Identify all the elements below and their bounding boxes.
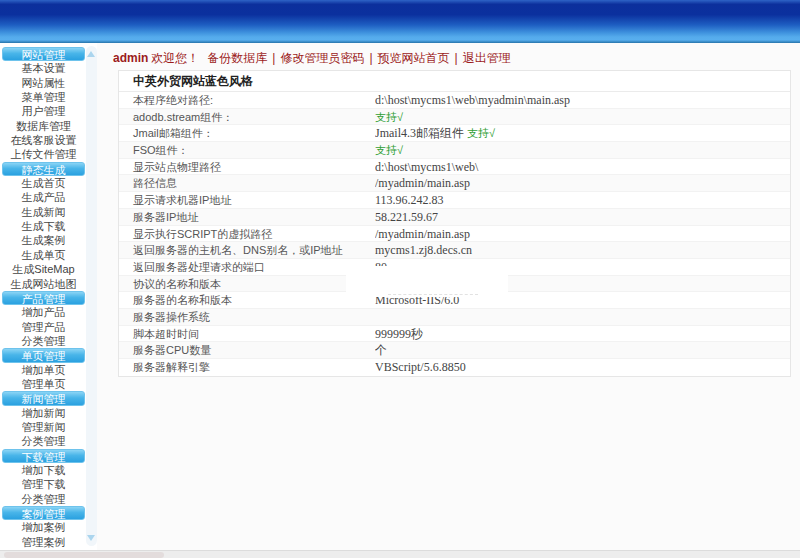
sidebar-entry[interactable]: 在线客服设置 xyxy=(2,133,85,147)
topbar-link[interactable]: 修改管理员密码 xyxy=(280,51,364,65)
sidebar-entry[interactable]: 菜单管理 xyxy=(2,90,85,104)
sidebar-entry[interactable]: 数据库管理 xyxy=(2,119,85,133)
top-banner xyxy=(0,0,800,43)
row-value-text: 999999秒 xyxy=(375,327,423,341)
row-label: 服务器的名称和版本 xyxy=(119,292,375,308)
sidebar-entry-label: 管理下载 xyxy=(22,478,66,490)
sidebar-entry[interactable]: 生成下载 xyxy=(2,219,85,233)
sidebar-entry-label: 上传文件管理 xyxy=(11,148,77,160)
sidebar-entry[interactable]: 生成首页 xyxy=(2,176,85,190)
sidebar-entry[interactable]: 下载管理 xyxy=(2,449,85,463)
table-row: FSO组件： 支持√ xyxy=(119,142,790,159)
topbar: admin欢迎您！备份数据库|修改管理员密码|预览网站首页|退出管理 xyxy=(113,50,521,67)
username: admin xyxy=(113,51,148,65)
topbar-link[interactable]: 退出管理 xyxy=(463,51,511,65)
sidebar-entry[interactable]: 静态生成 xyxy=(2,162,85,176)
sidebar-entry-label: 数据库管理 xyxy=(16,120,71,132)
sidebar-entry[interactable]: 生成案例 xyxy=(2,233,85,247)
sidebar-entry[interactable]: 网站管理 xyxy=(2,47,85,61)
sidebar-entry-label: 管理产品 xyxy=(22,321,66,333)
row-value: 999999秒 xyxy=(375,326,790,342)
sidebar-entry-label: 生成产品 xyxy=(22,191,66,203)
table-row: 显示执行SCRIPT的虚拟路径 /myadmin/main.asp xyxy=(119,226,790,243)
sidebar-entry[interactable]: 生成网站地图 xyxy=(2,277,85,291)
sidebar-entry[interactable]: 增加案例 xyxy=(2,520,85,534)
sidebar-entry[interactable]: 案例管理 xyxy=(2,506,85,520)
sidebar-entry-label: 菜单管理 xyxy=(22,91,66,103)
sidebar-entry-label: 在线客服设置 xyxy=(11,134,77,146)
sidebar-entry[interactable]: 增加产品 xyxy=(2,305,85,319)
topbar-link[interactable]: 预览网站首页 xyxy=(378,51,450,65)
row-value xyxy=(375,309,790,325)
scroll-up-icon[interactable] xyxy=(87,51,95,57)
sidebar-entry[interactable]: 分类管理 xyxy=(2,334,85,348)
sidebar-entry-label: 网站管理 xyxy=(22,49,66,61)
sidebar-entry-label: 增加新闻 xyxy=(22,407,66,419)
row-value: mycms1.zj8.decs.cn xyxy=(375,242,790,258)
scroll-down-icon[interactable] xyxy=(87,535,95,541)
sidebar-entry-label: 增加单页 xyxy=(22,364,66,376)
sidebar-entry[interactable]: 新闻管理 xyxy=(2,391,85,405)
sidebar-entry[interactable]: 用户管理 xyxy=(2,104,85,118)
horizontal-scrollbar[interactable] xyxy=(0,550,800,558)
sidebar-entry[interactable]: 增加单页 xyxy=(2,363,85,377)
sidebar-entry-label: 增加下载 xyxy=(22,464,66,476)
row-value-text: VBScript/5.6.8850 xyxy=(375,360,466,374)
sidebar-entry-label: 生成单页 xyxy=(22,249,66,261)
sidebar-entry[interactable]: 上传文件管理 xyxy=(2,147,85,161)
sidebar-entry[interactable]: 生成产品 xyxy=(2,190,85,204)
sidebar-entry[interactable]: 管理产品 xyxy=(2,320,85,334)
table-row: 服务器操作系统 xyxy=(119,309,790,326)
sidebar-entry-label: 用户管理 xyxy=(22,105,66,117)
sidebar-entry[interactable]: 增加新闻 xyxy=(2,406,85,420)
support-ok-text: 支持√ xyxy=(467,127,495,139)
table-title: 中英外贸网站蓝色风格 xyxy=(119,71,790,92)
row-label: Jmail邮箱组件： xyxy=(119,125,375,141)
sidebar-entry[interactable]: 网站属性 xyxy=(2,76,85,90)
row-value-text: 个 xyxy=(375,343,387,357)
row-value-text: Jmail4.3邮箱组件 xyxy=(375,126,467,140)
sidebar-menu: 网站管理 基本设置 网站属性 菜单管理 用户管理 数据库管理 在线客服设置 xyxy=(2,47,85,549)
sidebar-entry[interactable]: 分类管理 xyxy=(2,492,85,506)
table-row: 路径信息 /myadmin/main.asp xyxy=(119,175,790,192)
greeting-text: 欢迎您！ xyxy=(151,51,199,65)
row-value-text: /myadmin/main.asp xyxy=(375,227,470,241)
sidebar-entry-label: 增加产品 xyxy=(22,306,66,318)
sidebar-entry-label: 管理单页 xyxy=(22,378,66,390)
table-row: 返回服务器的主机名、DNS别名，或IP地址 mycms1.zj8.decs.cn xyxy=(119,242,790,259)
sidebar-entry[interactable]: 管理单页 xyxy=(2,377,85,391)
row-label: 显示站点物理路径 xyxy=(119,159,375,175)
sidebar-entry[interactable]: 生成SiteMap xyxy=(2,262,85,276)
table-row: 本程序绝对路径: d:\host\mycms1\web\myadmin\main… xyxy=(119,92,790,109)
sidebar-entry-label: 分类管理 xyxy=(22,493,66,505)
row-label: 路径信息 xyxy=(119,175,375,191)
table-row: 脚本超时时间 999999秒 xyxy=(119,326,790,343)
row-label: 服务器操作系统 xyxy=(119,309,375,325)
sidebar-entry-label: 管理新闻 xyxy=(22,421,66,433)
table-body: 本程序绝对路径: d:\host\mycms1\web\myadmin\main… xyxy=(119,92,790,376)
sidebar-entry[interactable]: 管理下载 xyxy=(2,477,85,491)
sidebar-entry[interactable]: 生成单页 xyxy=(2,248,85,262)
sidebar-scrollbar[interactable] xyxy=(86,46,97,546)
sidebar-entry[interactable]: 基本设置 xyxy=(2,61,85,75)
row-value: d:\host\mycms1\web\myadmin\main.asp xyxy=(375,92,790,108)
sidebar-entry[interactable]: 分类管理 xyxy=(2,434,85,448)
sidebar-entry[interactable]: 增加下载 xyxy=(2,463,85,477)
sidebar-entry[interactable]: 产品管理 xyxy=(2,291,85,305)
table-row: 服务器解释引擎 VBScript/5.6.8850 xyxy=(119,359,790,376)
sidebar-entry-label: 生成SiteMap xyxy=(12,263,74,275)
sidebar-entry[interactable]: 管理案例 xyxy=(2,535,85,549)
horizontal-scrollbar-thumb[interactable] xyxy=(4,552,164,558)
sidebar-entry[interactable]: 生成新闻 xyxy=(2,205,85,219)
row-label: 本程序绝对路径: xyxy=(119,92,375,108)
sidebar-entry[interactable]: 单页管理 xyxy=(2,348,85,362)
row-value-text: d:\host\mycms1\web\ xyxy=(375,160,478,174)
sidebar-entry-label: 生成案例 xyxy=(22,234,66,246)
sidebar-entry[interactable]: 管理新闻 xyxy=(2,420,85,434)
topbar-link[interactable]: 备份数据库 xyxy=(207,51,267,65)
sidebar: 网站管理 基本设置 网站属性 菜单管理 用户管理 数据库管理 在线客服设置 xyxy=(0,43,97,550)
row-label: 脚本超时时间 xyxy=(119,326,375,342)
table-row: 服务器CPU数量 个 xyxy=(119,342,790,359)
row-label: 显示请求机器IP地址 xyxy=(119,192,375,208)
row-value: 113.96.242.83 xyxy=(375,192,790,208)
